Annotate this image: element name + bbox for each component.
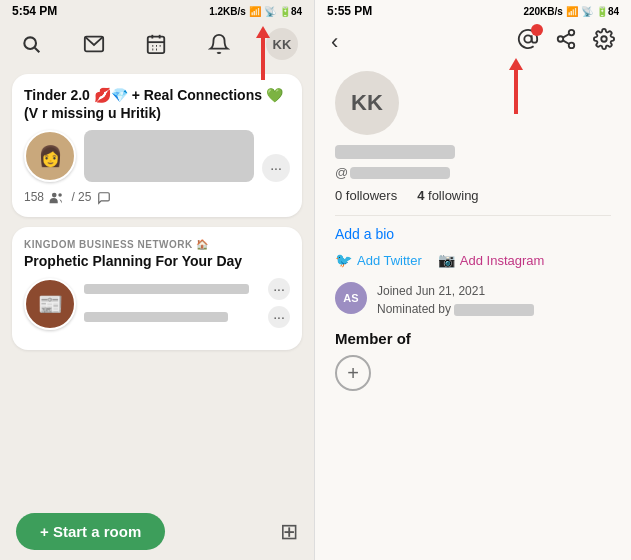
profile-avatar: KK: [335, 71, 399, 135]
nominated-by: Nominated by: [377, 300, 534, 318]
svg-point-13: [59, 194, 63, 198]
add-instagram-button[interactable]: 📷 Add Instagram: [438, 252, 545, 268]
handle-row: @: [335, 165, 611, 180]
svg-point-0: [24, 37, 36, 49]
bottom-bar: + Start a room ⊞: [0, 503, 314, 560]
svg-point-15: [569, 30, 575, 35]
nominated-name-blurred: [454, 304, 534, 316]
svg-point-20: [601, 36, 607, 42]
card-media-row-1: 👩 ···: [24, 130, 290, 182]
social-links-row: 🐦 Add Twitter 📷 Add Instagram: [335, 252, 611, 268]
stats-row: 0 followers 4 following: [335, 188, 611, 203]
member-of-section: Member of +: [315, 330, 631, 391]
following-stat: 4 following: [417, 188, 478, 203]
wifi-icon: 📡: [264, 6, 276, 17]
feed-card-1: Tinder 2.0 💋💎 + Real Connections 💚 (V r …: [12, 74, 302, 217]
signal-icon-right: 📶: [566, 6, 578, 17]
share-button[interactable]: [555, 28, 577, 55]
card-title-2: Prophetic Planning For Your Day: [24, 252, 290, 270]
add-twitter-button[interactable]: 🐦 Add Twitter: [335, 252, 422, 268]
svg-point-17: [569, 43, 575, 48]
add-club-button[interactable]: +: [335, 355, 371, 391]
mention-button[interactable]: [517, 28, 539, 55]
followers-stat: 0 followers: [335, 188, 397, 203]
user-avatar-left[interactable]: KK: [266, 28, 298, 60]
feed-area: Tinder 2.0 💋💎 + Real Connections 💚 (V r …: [0, 68, 314, 503]
member-of-title: Member of: [335, 330, 611, 347]
search-button[interactable]: [16, 29, 46, 59]
card-media-row-2: 📰 ··· ···: [24, 278, 290, 330]
card-subtitle-2: KINGDOM BUSINESS NETWORK 🏠: [24, 239, 290, 250]
add-bio-button[interactable]: Add a bio: [335, 226, 611, 242]
status-bar-left: 5:54 PM 1.2KB/s 📶 📡 🔋84: [0, 0, 314, 22]
card-avatar-1: 👩: [24, 130, 76, 182]
svg-rect-3: [148, 37, 165, 53]
top-nav-right: ‹: [315, 22, 631, 63]
svg-line-19: [563, 34, 569, 38]
members-count: 158: [24, 190, 65, 205]
wifi-icon-right: 📡: [581, 6, 593, 17]
grid-icon[interactable]: ⊞: [280, 519, 298, 545]
status-bar-right: 5:55 PM 220KB/s 📶 📡 🔋84: [315, 0, 631, 22]
joined-info: Joined Jun 21, 2021 Nominated by: [377, 282, 534, 318]
svg-line-1: [35, 48, 40, 53]
back-button[interactable]: ‹: [331, 29, 338, 55]
start-room-button[interactable]: + Start a room: [16, 513, 165, 550]
card-media-placeholder-1: [84, 130, 254, 182]
card-avatar-2: 📰: [24, 278, 76, 330]
profile-section: KK @ 0 followers 4 following Add a bio 🐦…: [315, 63, 631, 330]
card-more-button-1[interactable]: ···: [262, 154, 290, 182]
svg-point-12: [52, 193, 57, 198]
card-more-button-2b[interactable]: ···: [268, 306, 290, 328]
signal-icon: 📶: [249, 6, 261, 17]
divider-1: [335, 215, 611, 216]
notification-badge: [531, 24, 543, 36]
feed-card-2: KINGDOM BUSINESS NETWORK 🏠 Prophetic Pla…: [12, 227, 302, 350]
card-meta-1: 158 / 25: [24, 190, 290, 205]
calendar-button[interactable]: [141, 29, 171, 59]
status-icons-left: 1.2KB/s 📶 📡 🔋84: [209, 6, 302, 17]
status-time-right: 5:55 PM: [327, 4, 372, 18]
battery-icon-right: 🔋84: [596, 6, 619, 17]
settings-button[interactable]: [593, 28, 615, 55]
twitter-icon: 🐦: [335, 252, 352, 268]
svg-line-18: [563, 40, 569, 44]
right-panel: 5:55 PM 220KB/s 📶 📡 🔋84 ‹: [315, 0, 631, 560]
network-info-right: 220KB/s: [523, 6, 562, 17]
right-nav-icons: [517, 28, 615, 55]
card-more-button-2a[interactable]: ···: [268, 278, 290, 300]
bell-button[interactable]: [204, 29, 234, 59]
svg-point-16: [558, 36, 564, 42]
handle-blurred: [350, 167, 450, 179]
svg-point-14: [524, 35, 531, 42]
status-icons-right: 220KB/s 📶 📡 🔋84: [523, 6, 619, 17]
handle-at-symbol: @: [335, 165, 348, 180]
instagram-icon: 📷: [438, 252, 455, 268]
joined-avatar: AS: [335, 282, 367, 314]
status-time-left: 5:54 PM: [12, 4, 57, 18]
mail-button[interactable]: [79, 29, 109, 59]
joined-date: Joined Jun 21, 2021: [377, 282, 534, 300]
network-info-left: 1.2KB/s: [209, 6, 246, 17]
battery-icon-left: 🔋84: [279, 6, 302, 17]
card-title-1: Tinder 2.0 💋💎 + Real Connections 💚 (V r …: [24, 86, 290, 122]
left-panel: 5:54 PM 1.2KB/s 📶 📡 🔋84: [0, 0, 315, 560]
messages-count: / 25: [71, 190, 110, 205]
top-nav-left: KK: [0, 22, 314, 68]
joined-row: AS Joined Jun 21, 2021 Nominated by: [335, 282, 611, 318]
username-blurred: [335, 145, 455, 159]
